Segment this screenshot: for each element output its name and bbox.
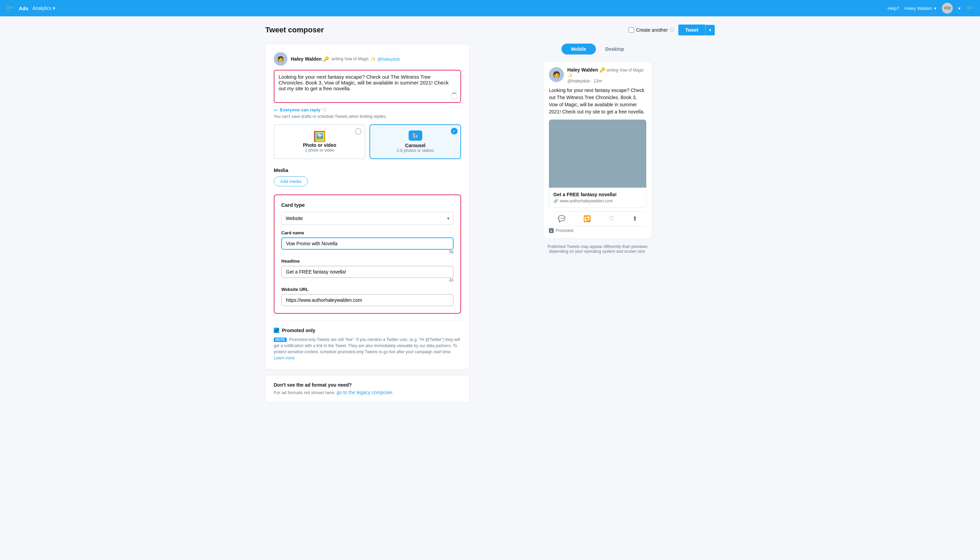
page-header: Tweet composer Create another ⓘ Tweet ▾: [265, 25, 715, 35]
preview-user-info: Haley Walden 🔑 writing Vow of Magic ✨ @h…: [567, 67, 646, 83]
tab-mobile[interactable]: Mobile: [561, 43, 596, 55]
note-badge: NOTE: [274, 338, 287, 342]
preview-card-footer: Get a FREE fantasy novella! 🔗 www.author…: [549, 188, 646, 208]
share-icon[interactable]: ⬆: [632, 215, 637, 222]
main-cols: 🧑 Haley Walden 🔑 writing Vow of Magic ✨ …: [265, 43, 715, 402]
user-writing-badge: writing Vow of Magic: [332, 57, 369, 61]
legacy-composer-link[interactable]: go to the legacy composer.: [337, 390, 394, 395]
reply-text[interactable]: Everyone can reply: [280, 107, 320, 112]
preview-key-icon: 🔑: [599, 67, 605, 73]
media-type-row: 🖼️ Photo or video 1 photo or video ✓ 🎠 C…: [274, 124, 461, 159]
comment-icon[interactable]: 💬: [558, 215, 565, 222]
carousel-icon-wrap: 🎠: [409, 130, 422, 141]
preview-card-url: 🔗 www.authorhaleywalden.com: [553, 198, 642, 203]
card-type-select-wrap: Website App Video Website ▾: [281, 212, 454, 225]
tweet-preview: 🧑 Haley Walden 🔑 writing Vow of Magic ✨ …: [543, 61, 652, 239]
composer-avatar: 🧑: [274, 52, 288, 66]
tweet-textarea[interactable]: [278, 74, 456, 98]
preview-separator: ·: [591, 78, 594, 83]
preview-tabs: Mobile Desktop: [481, 43, 715, 55]
preview-actions: 💬 🔁 ♡ ⬆: [549, 211, 646, 226]
create-another-info-icon: ⓘ: [670, 27, 674, 33]
preview-promoted: ▲ Promoted: [549, 226, 646, 233]
card-type-label: Card type: [281, 202, 454, 208]
reply-info-icon: ⓘ: [323, 107, 326, 113]
legacy-title: Don't see the ad format you need?: [274, 382, 461, 388]
website-url-label: Website URL: [281, 287, 454, 292]
preview-card-title: Get a FREE fantasy novella!: [553, 192, 642, 197]
preview-star-icon: ✨: [567, 73, 573, 78]
add-media-button[interactable]: Add media: [274, 177, 308, 186]
preview-card-image: [549, 120, 646, 188]
promoted-only-checkbox[interactable]: [274, 328, 279, 333]
twitter-icon: 🐦: [966, 4, 975, 12]
reply-settings: ↩ Everyone can reply ⓘ: [274, 107, 461, 113]
avatar[interactable]: HW: [942, 3, 953, 13]
carousel-label: Carousel: [376, 143, 455, 148]
create-another-label: Create another: [636, 27, 668, 33]
user-chevron-icon: ▾: [934, 6, 937, 11]
user-handle: @haleydub: [377, 57, 400, 62]
composer-card: 🧑 Haley Walden 🔑 writing Vow of Magic ✨ …: [265, 43, 469, 370]
tab-desktop[interactable]: Desktop: [596, 43, 634, 55]
headline-input[interactable]: [281, 266, 454, 278]
like-icon[interactable]: ♡: [609, 215, 614, 222]
learn-more-link[interactable]: Learn more: [274, 356, 294, 360]
preview-user-name: Haley Walden: [567, 67, 598, 73]
card-type-select[interactable]: Website App Video Website: [281, 212, 454, 225]
carousel-desc: 2-6 photos or videos: [376, 148, 455, 153]
topnav-left: 🐦 Ads Analytics ▾: [5, 4, 55, 13]
link-icon: 🔗: [553, 198, 559, 203]
legacy-text: For ad formats not shown here,: [274, 390, 335, 395]
promoted-icon: ▲: [549, 228, 554, 233]
analytics-chevron-icon: ▾: [53, 5, 55, 11]
media-type-photo-video[interactable]: 🖼️ Photo or video 1 photo or video: [274, 124, 365, 159]
website-url-input[interactable]: [281, 294, 454, 306]
card-name-char-count: 58: [281, 250, 454, 255]
media-type-carousel[interactable]: ✓ 🎠 Carousel 2-6 photos or videos: [369, 124, 461, 159]
user-row: 🧑 Haley Walden 🔑 writing Vow of Magic ✨ …: [274, 52, 461, 66]
photo-video-radio[interactable]: [355, 128, 361, 135]
right-col: Mobile Desktop 🧑 Haley Walden 🔑 writing …: [481, 43, 715, 254]
user-name-row: Haley Walden 🔑 writing Vow of Magic ✨ @h…: [291, 56, 400, 62]
card-name-field-group: Card name 58: [281, 230, 454, 255]
help-link[interactable]: Help?: [888, 6, 899, 11]
website-url-field-group: Website URL: [281, 287, 454, 306]
preview-note: Published Tweets may appear differently …: [543, 244, 652, 254]
user-menu[interactable]: Haley Walden ▾: [905, 6, 937, 11]
media-section-label: Media: [274, 167, 461, 173]
preview-handle: @haleydub: [567, 78, 590, 83]
analytics-label: Analytics: [32, 5, 52, 11]
reply-icon: ↩: [274, 107, 278, 113]
carousel-icon: 🎠: [376, 130, 455, 141]
user-name-label: Haley Walden: [905, 6, 932, 11]
notifications-chevron-icon[interactable]: ▾: [958, 6, 961, 11]
topnav-right: Help? Haley Walden ▾ HW ▾ 🐦: [888, 3, 975, 13]
user-info: Haley Walden 🔑 writing Vow of Magic ✨ @h…: [291, 56, 400, 62]
header-actions: Create another ⓘ Tweet ▾: [629, 25, 715, 35]
card-name-input[interactable]: [281, 237, 454, 250]
ads-label: Ads: [19, 5, 28, 11]
page-title: Tweet composer: [265, 25, 324, 34]
preview-url-text: www.authorhaleywalden.com: [560, 198, 612, 203]
twitter-logo-icon: 🐦: [5, 4, 15, 13]
preview-time: 13m: [594, 78, 602, 83]
tweet-btn-group: Tweet ▾: [678, 25, 715, 35]
tweet-btn-dropdown[interactable]: ▾: [705, 25, 715, 35]
analytics-nav[interactable]: Analytics ▾: [32, 5, 55, 11]
preview-user-row: 🧑 Haley Walden 🔑 writing Vow of Magic ✨ …: [549, 67, 646, 83]
create-another-checkbox[interactable]: [629, 27, 634, 33]
photo-video-desc: 1 photo or video: [280, 148, 359, 153]
preview-name-row: Haley Walden 🔑 writing Vow of Magic ✨: [567, 67, 646, 78]
retweet-icon[interactable]: 🔁: [583, 215, 591, 222]
legacy-card: Don't see the ad format you need? For ad…: [265, 375, 469, 402]
photo-video-icon: 🖼️: [280, 130, 359, 142]
create-another-wrap: Create another ⓘ: [629, 27, 674, 33]
photo-video-label: Photo or video: [280, 142, 359, 148]
headline-char-count: 43: [281, 278, 454, 283]
preview-writing-badge: writing Vow of Magic: [606, 68, 644, 73]
tweet-spinner: [451, 93, 458, 100]
key-icon: 🔑: [323, 56, 329, 62]
card-name-label: Card name: [281, 230, 454, 235]
tweet-button[interactable]: Tweet: [678, 25, 705, 35]
